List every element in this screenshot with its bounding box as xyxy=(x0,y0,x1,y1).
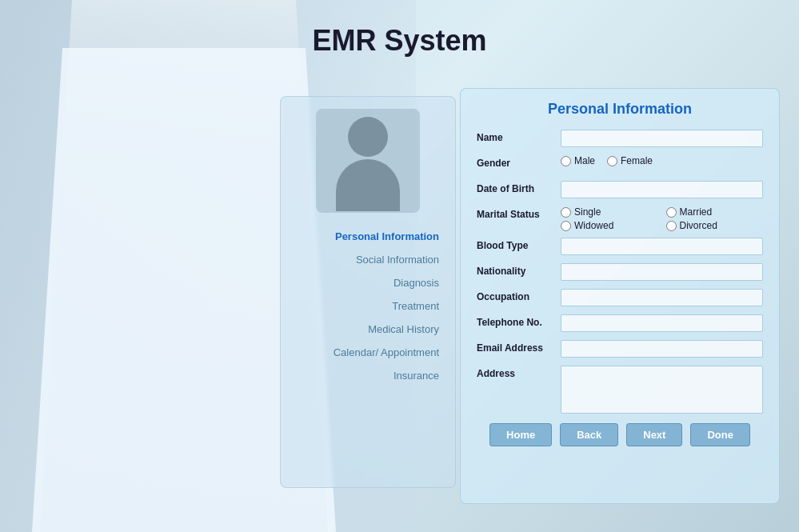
gender-row: Gender Male Female xyxy=(477,155,763,174)
sidebar-item-calendar-appointment[interactable]: Calendar/ Appointment xyxy=(289,341,447,364)
gender-female-option[interactable]: Female xyxy=(607,155,653,166)
marital-row: Marital Status Single Married Widowed Di… xyxy=(477,206,763,231)
telephone-input[interactable] xyxy=(561,314,763,332)
name-input[interactable] xyxy=(561,130,763,147)
occupation-label: Occupation xyxy=(477,289,561,302)
next-button[interactable]: Next xyxy=(626,423,682,446)
occupation-input[interactable] xyxy=(561,289,763,306)
marital-divorced-label: Divorced xyxy=(680,220,717,231)
gender-label: Gender xyxy=(477,155,561,169)
sidebar-nav: Personal Information Social Information … xyxy=(281,221,455,391)
home-button[interactable]: Home xyxy=(489,423,552,446)
telephone-label: Telephone No. xyxy=(477,314,561,328)
sidebar-item-diagnosis[interactable]: Diagnosis xyxy=(289,271,447,294)
avatar-head xyxy=(348,117,388,157)
nationality-row: Nationality xyxy=(477,263,763,282)
telephone-row: Telephone No. xyxy=(477,314,763,334)
marital-radio-group: Single Married Widowed Divorced xyxy=(561,206,763,231)
marital-widowed-label: Widowed xyxy=(574,220,613,231)
sidebar-item-insurance[interactable]: Insurance xyxy=(289,364,447,387)
marital-divorced-option[interactable]: Divorced xyxy=(666,220,764,231)
sidebar-item-personal-information[interactable]: Personal Information xyxy=(289,225,447,248)
marital-single-radio[interactable] xyxy=(561,207,571,218)
email-row: Email Address xyxy=(477,340,763,359)
address-label: Address xyxy=(477,366,561,379)
marital-married-label: Married xyxy=(680,206,713,218)
sidebar-item-social-information[interactable]: Social Information xyxy=(289,248,447,271)
dob-label: Date of Birth xyxy=(477,181,561,194)
name-label: Name xyxy=(477,130,561,143)
sidebar-item-treatment[interactable]: Treatment xyxy=(289,294,447,318)
marital-single-label: Single xyxy=(574,206,601,218)
email-input[interactable] xyxy=(561,340,763,358)
gender-female-label: Female xyxy=(621,155,653,166)
name-row: Name xyxy=(477,130,763,149)
form-title: Personal Information xyxy=(477,101,763,118)
avatar xyxy=(316,109,420,213)
marital-single-option[interactable]: Single xyxy=(561,206,658,218)
done-button[interactable]: Done xyxy=(690,423,750,446)
sidebar-item-medical-history[interactable]: Medical History xyxy=(289,318,447,341)
form-panel: Personal Information Name Gender Male Fe… xyxy=(460,88,780,504)
address-row: Address xyxy=(477,366,763,414)
dob-input[interactable] xyxy=(561,181,763,198)
page-title: EMR System xyxy=(0,24,799,58)
blood-label: Blood Type xyxy=(477,238,561,251)
nationality-input[interactable] xyxy=(561,263,763,281)
sidebar-panel: Personal Information Social Information … xyxy=(280,96,456,488)
gender-female-radio[interactable] xyxy=(607,156,617,166)
email-label: Email Address xyxy=(477,340,561,354)
blood-input[interactable] xyxy=(561,238,763,255)
marital-married-option[interactable]: Married xyxy=(666,206,764,218)
nationality-label: Nationality xyxy=(477,263,561,277)
gender-radio-group: Male Female xyxy=(561,155,763,166)
back-button[interactable]: Back xyxy=(560,423,618,446)
address-input[interactable] xyxy=(561,366,763,414)
marital-married-radio[interactable] xyxy=(666,207,677,218)
gender-male-option[interactable]: Male xyxy=(561,155,595,166)
occupation-row: Occupation xyxy=(477,289,763,308)
gender-male-label: Male xyxy=(574,155,595,166)
gender-male-radio[interactable] xyxy=(561,156,571,166)
marital-widowed-radio[interactable] xyxy=(561,221,571,231)
marital-label: Marital Status xyxy=(477,206,561,220)
blood-row: Blood Type xyxy=(477,238,763,257)
form-buttons: Home Back Next Done xyxy=(477,423,763,446)
avatar-body xyxy=(336,159,400,211)
marital-widowed-option[interactable]: Widowed xyxy=(561,220,658,231)
dob-row: Date of Birth xyxy=(477,181,763,200)
marital-divorced-radio[interactable] xyxy=(666,221,677,231)
avatar-silhouette xyxy=(336,117,400,205)
